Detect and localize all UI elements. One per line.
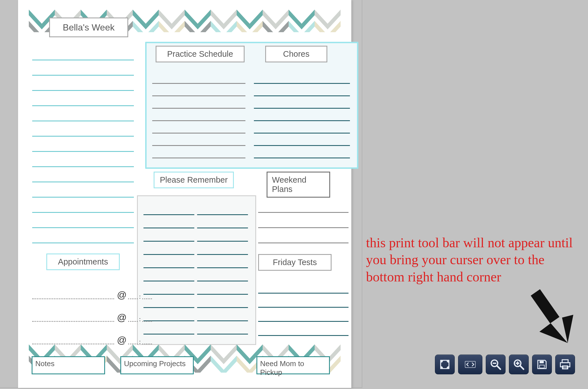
arrow-icon (525, 287, 582, 343)
zoom-in-button[interactable] (509, 355, 529, 374)
appointment-row: @ : (32, 302, 145, 325)
remember-panel (137, 195, 256, 345)
weekend-lines (258, 198, 349, 243)
fit-page-button[interactable] (435, 355, 455, 374)
upcoming-projects-label: Upcoming Projects (120, 356, 194, 374)
svg-rect-60 (540, 361, 544, 363)
appointment-row: @ : (32, 325, 145, 347)
page-nav-button[interactable] (458, 355, 482, 374)
page-title: Bella's Week (49, 18, 128, 37)
svg-rect-64 (562, 366, 568, 369)
pdf-toolbar (435, 355, 575, 374)
friday-lines (258, 279, 349, 336)
appointments-label: Appointments (46, 253, 120, 270)
svg-marker-49 (539, 323, 568, 343)
remember-col-left (143, 202, 194, 335)
appointment-row: @ : (32, 279, 145, 302)
svg-line-54 (497, 366, 500, 369)
svg-rect-48 (531, 289, 559, 323)
svg-line-57 (520, 366, 524, 369)
practice-chores-panel: Practice Schedule Chores (145, 42, 358, 169)
save-button[interactable] (532, 355, 552, 374)
chores-label: Chores (265, 46, 327, 62)
please-remember-label: Please Remember (154, 172, 234, 188)
svg-rect-61 (540, 365, 545, 368)
need-mom-pickup-label: Need Mom to Pickup (256, 356, 330, 374)
zoom-out-button[interactable] (486, 355, 506, 374)
print-button[interactable] (555, 355, 575, 374)
appointments-rows: @ : @ : @ : (32, 279, 145, 347)
pdf-viewer-pane: Bella's Week Practice Schedule Chores Pl… (0, 0, 362, 388)
friday-tests-label: Friday Tests (258, 254, 332, 271)
notes-panel-label: Notes (32, 356, 105, 374)
weekend-plans-label: Weekend Plans (267, 172, 330, 198)
chores-lines (254, 71, 350, 158)
remember-col-right (197, 202, 248, 335)
practice-schedule-label: Practice Schedule (156, 46, 245, 62)
practice-lines (152, 71, 245, 158)
pdf-page: Bella's Week Practice Schedule Chores Pl… (18, 0, 351, 388)
daily-lines (32, 45, 134, 243)
annotation-text: this print tool bar will not appear unti… (366, 234, 581, 285)
